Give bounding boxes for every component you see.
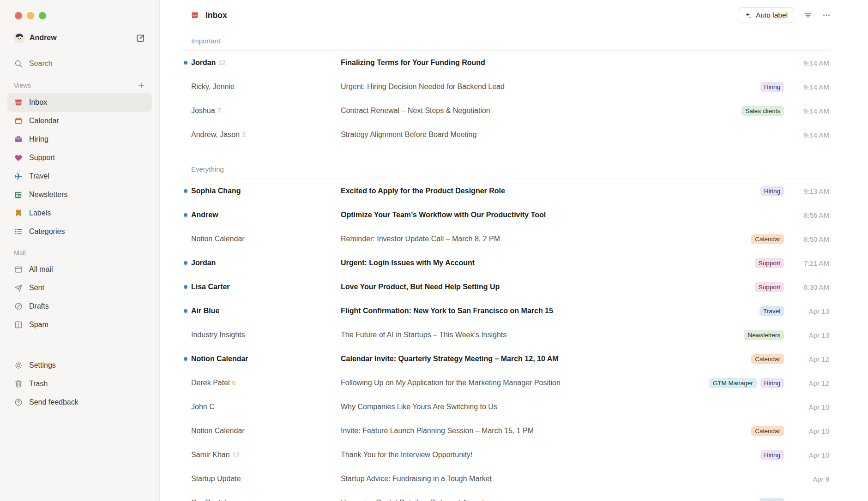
label-tag[interactable]: Support bbox=[755, 282, 784, 292]
sidebar-item-all-mail[interactable]: All mail bbox=[7, 260, 152, 279]
unread-dot-icon bbox=[184, 213, 187, 217]
email-tags: Hiring bbox=[760, 82, 784, 92]
sidebar-item-sent[interactable]: Sent bbox=[7, 279, 152, 297]
label-tag[interactable]: GTM Manager bbox=[709, 378, 757, 388]
email-row[interactable]: John C Why Companies Like Yours Are Swit… bbox=[184, 395, 829, 419]
email-row[interactable]: Notion Calendar Calendar Invite: Quarter… bbox=[184, 347, 829, 371]
inbox-icon bbox=[14, 98, 23, 107]
add-view-icon[interactable] bbox=[137, 81, 145, 89]
sidebar-item-categories[interactable]: Categories bbox=[7, 222, 152, 241]
email-subject: Invite: Feature Launch Planning Session … bbox=[341, 427, 744, 435]
email-row[interactable]: Notion Calendar Invite: Feature Launch P… bbox=[184, 419, 829, 443]
filter-icon[interactable] bbox=[803, 11, 813, 20]
thread-count: 12 bbox=[218, 59, 226, 66]
email-sender: Air Blue bbox=[191, 307, 341, 315]
sidebar-item-spam[interactable]: Spam bbox=[7, 316, 152, 334]
label-tag[interactable]: Calendar bbox=[751, 354, 784, 364]
email-row[interactable]: Notion Calendar Reminder: Investor Updat… bbox=[184, 227, 829, 251]
email-row[interactable]: Joshua7 Contract Renewal – Next Steps & … bbox=[184, 99, 829, 123]
email-subject: Strategy Alignment Before Board Meeting bbox=[341, 131, 777, 139]
sidebar-item-settings[interactable]: Settings bbox=[7, 356, 152, 375]
email-sender: Industry Insights bbox=[191, 331, 341, 339]
email-sender: Car Rentals bbox=[191, 499, 341, 501]
label-tag[interactable]: Hiring bbox=[760, 82, 784, 92]
email-row[interactable]: Jordan Urgent: Login Issues with My Acco… bbox=[184, 251, 829, 275]
unread-dot-icon bbox=[184, 309, 187, 313]
email-time: Apr 9 bbox=[796, 475, 829, 483]
all-mail-icon bbox=[14, 265, 23, 274]
account-name[interactable]: Andrew bbox=[30, 34, 131, 42]
email-row[interactable]: Andrew Optimize Your Team’s Workflow wit… bbox=[184, 203, 829, 227]
email-time: 9:13 AM bbox=[796, 187, 829, 195]
email-sender: Derek Patel6 bbox=[191, 379, 341, 387]
email-row[interactable]: Industry Insights The Future of AI in St… bbox=[184, 323, 829, 347]
sent-icon bbox=[14, 283, 23, 292]
sidebar-item-label: Send feedback bbox=[29, 398, 78, 406]
close-window-button[interactable] bbox=[15, 12, 22, 19]
sidebar-item-newsletters[interactable]: Newsletters bbox=[7, 185, 152, 204]
sidebar-item-label: Categories bbox=[29, 227, 65, 236]
compose-icon[interactable] bbox=[136, 33, 145, 43]
main-panel: Inbox Auto label bbox=[160, 0, 868, 501]
email-subject: Contract Renewal – Next Steps & Negotiat… bbox=[341, 107, 734, 115]
label-tag[interactable]: Hiring bbox=[760, 450, 784, 460]
sidebar-item-inbox[interactable]: Inbox bbox=[7, 93, 152, 112]
sidebar-item-label: Trash bbox=[29, 380, 48, 388]
label-tag[interactable]: Newsletters bbox=[744, 330, 784, 340]
sidebar-item-labels[interactable]: Labels bbox=[7, 204, 152, 222]
label-tag[interactable]: Calendar bbox=[751, 426, 784, 436]
label-tag[interactable]: Hiring bbox=[760, 186, 784, 196]
sidebar-item-hiring[interactable]: Hiring bbox=[7, 130, 152, 149]
label-tag[interactable]: Hiring bbox=[760, 378, 784, 388]
sidebar-item-label: Calendar bbox=[29, 117, 59, 125]
email-row[interactable]: Lisa Carter Love Your Product, But Need … bbox=[184, 275, 829, 299]
views-section-label: Views bbox=[14, 82, 31, 89]
section-header: Important bbox=[184, 30, 829, 51]
label-tag[interactable]: Travel bbox=[760, 498, 784, 501]
sidebar-item-label: Inbox bbox=[29, 98, 47, 107]
email-time: Apr 10 bbox=[796, 403, 829, 411]
sidebar-item-calendar[interactable]: Calendar bbox=[7, 112, 152, 130]
email-tags: Support bbox=[755, 258, 784, 268]
sidebar-item-label: Drafts bbox=[29, 302, 49, 310]
sidebar-item-drafts[interactable]: Drafts bbox=[7, 297, 152, 316]
email-time: Apr 12 bbox=[796, 355, 829, 363]
avatar[interactable] bbox=[14, 32, 25, 43]
email-time: 9:14 AM bbox=[796, 83, 829, 91]
gear-icon bbox=[14, 361, 23, 370]
email-subject: Excited to Apply for the Product Designe… bbox=[341, 187, 753, 195]
minimize-window-button[interactable] bbox=[27, 12, 34, 19]
email-sender: Notion Calendar bbox=[191, 355, 341, 363]
more-options-icon[interactable] bbox=[822, 11, 831, 20]
search-button[interactable]: Search bbox=[7, 52, 152, 73]
email-row[interactable]: Samir Khan12 Thank You for the Interview… bbox=[184, 443, 829, 467]
email-row[interactable]: Jordan12 Finalizing Terms for Your Fundi… bbox=[184, 51, 829, 75]
sidebar-item-travel[interactable]: Travel bbox=[7, 167, 152, 185]
email-row[interactable]: Car Rentals Upcoming Rental Details – Pi… bbox=[184, 491, 829, 501]
auto-label-button[interactable]: Auto label bbox=[738, 7, 794, 23]
email-subject: Finalizing Terms for Your Funding Round bbox=[341, 59, 777, 67]
sidebar-item-label: Sent bbox=[29, 284, 44, 292]
views-section-header: Views bbox=[7, 73, 152, 93]
email-row[interactable]: Derek Patel6 Following Up on My Applicat… bbox=[184, 371, 829, 395]
email-row[interactable]: Air Blue Flight Confirmation: New York t… bbox=[184, 299, 829, 323]
sidebar-item-send-feedback[interactable]: Send feedback bbox=[7, 393, 152, 412]
email-tags: Hiring bbox=[760, 450, 784, 460]
email-row[interactable]: Ricky, Jennie Urgent: Hiring Decision Ne… bbox=[184, 75, 829, 99]
help-icon bbox=[14, 398, 23, 407]
sidebar-item-trash[interactable]: Trash bbox=[7, 375, 152, 393]
email-row[interactable]: Sophia Chang Excited to Apply for the Pr… bbox=[184, 179, 829, 203]
thread-count: 6 bbox=[232, 379, 236, 387]
email-time: 8:50 AM bbox=[796, 235, 829, 243]
label-tag[interactable]: Travel bbox=[760, 306, 784, 316]
email-subject: Thank You for the Interview Opportunity! bbox=[341, 451, 753, 459]
label-tag[interactable]: Support bbox=[755, 258, 784, 268]
label-tag[interactable]: Calendar bbox=[751, 234, 784, 244]
email-subject: Why Companies Like Yours Are Switching t… bbox=[341, 403, 777, 411]
zoom-window-button[interactable] bbox=[39, 12, 46, 19]
label-tag[interactable]: Sales clients bbox=[741, 106, 784, 116]
sidebar-item-support[interactable]: Support bbox=[7, 149, 152, 167]
email-row[interactable]: Andrew, Jason2 Strategy Alignment Before… bbox=[184, 123, 829, 147]
email-row[interactable]: Startup Update Startup Advice: Fundraisi… bbox=[184, 467, 829, 491]
email-subject: Love Your Product, But Need Help Setting… bbox=[341, 283, 747, 291]
